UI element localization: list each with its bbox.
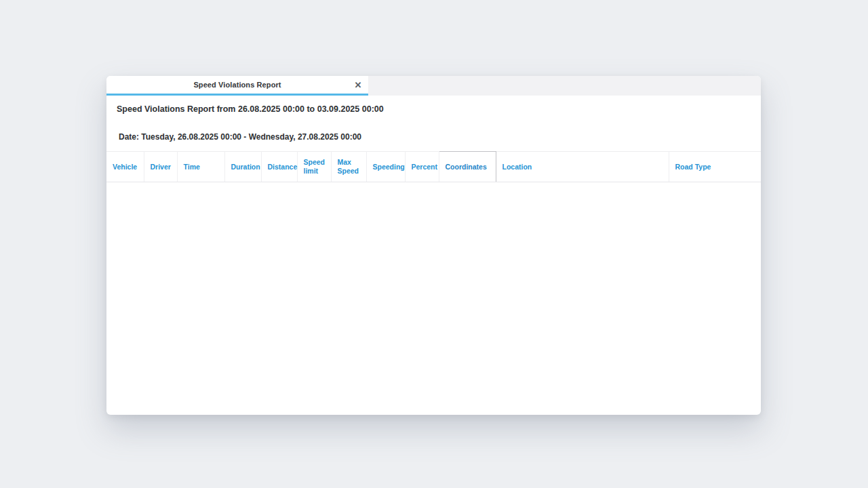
column-header-location[interactable]: Location — [496, 152, 669, 182]
report-window: Speed Violations Report ✕ Speed Violatio… — [106, 76, 761, 415]
report-date-range: Date: Tuesday, 26.08.2025 00:00 - Wednes… — [119, 132, 761, 142]
violations-table: VehicleDriverTimeDurationDistanceSpeed l… — [106, 151, 761, 182]
column-header-coordinates[interactable]: Coordinates — [439, 152, 496, 182]
report-body: Speed Violations Report from 26.08.2025 … — [106, 96, 761, 415]
column-header-distance[interactable]: Distance — [261, 152, 297, 182]
column-header-percent[interactable]: Percent — [405, 152, 439, 182]
column-header-duration[interactable]: Duration — [224, 152, 261, 182]
tab-title: Speed Violations Report — [193, 81, 281, 89]
close-icon[interactable]: ✕ — [353, 79, 363, 90]
tab-bar: Speed Violations Report ✕ — [106, 76, 761, 96]
table-header-row: VehicleDriverTimeDurationDistanceSpeed l… — [106, 152, 761, 182]
report-title: Speed Violations Report from 26.08.2025 … — [117, 104, 761, 114]
column-header-road-type[interactable]: Road Type — [669, 152, 761, 182]
column-header-speed-limit[interactable]: Speed limit — [297, 152, 331, 182]
column-header-max-speed[interactable]: Max Speed — [331, 152, 366, 182]
tab-strip-empty — [368, 76, 761, 96]
column-header-driver[interactable]: Driver — [144, 152, 177, 182]
column-header-vehicle[interactable]: Vehicle — [106, 152, 144, 182]
column-header-speeding[interactable]: Speeding — [366, 152, 405, 182]
tab-speed-violations-report[interactable]: Speed Violations Report ✕ — [106, 76, 368, 96]
column-header-time[interactable]: Time — [177, 152, 224, 182]
